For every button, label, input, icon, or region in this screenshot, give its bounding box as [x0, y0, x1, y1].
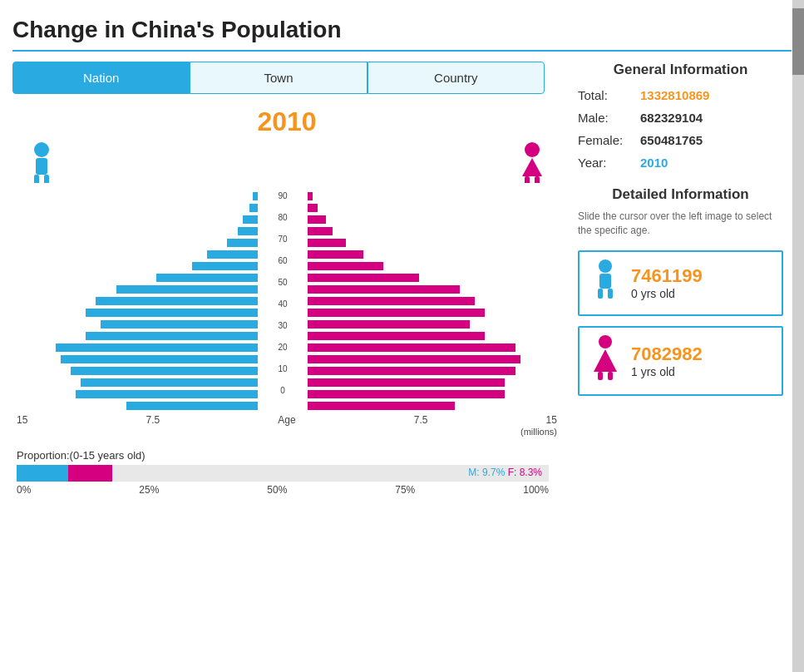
- male-bar-row: [17, 273, 258, 283]
- female-bar-row: [308, 203, 318, 213]
- millions-label: (millions): [17, 427, 557, 437]
- male-bar: [76, 390, 258, 398]
- female-bar: [308, 390, 505, 398]
- age-label-text: 30: [278, 320, 287, 331]
- male-bar: [61, 355, 258, 363]
- male-bar-row: [17, 284, 258, 294]
- male-bar: [207, 250, 258, 259]
- tick-25: 25%: [139, 484, 159, 496]
- male-bar: [116, 285, 258, 294]
- female-detail-age: 1 yrs old: [631, 365, 703, 378]
- male-bar-row: [17, 319, 258, 329]
- svg-marker-13: [594, 349, 617, 372]
- female-bar-row: [308, 378, 505, 388]
- female-detail-card: 7082982 1 yrs old: [578, 326, 783, 396]
- age-label-text: 10: [278, 363, 287, 374]
- male-bar: [243, 215, 258, 224]
- svg-rect-6: [525, 176, 530, 183]
- proportion-female-pct: F: 8.3%: [508, 467, 542, 478]
- svg-rect-3: [44, 175, 49, 183]
- male-bar-row: [17, 308, 258, 318]
- male-bar: [249, 204, 258, 212]
- female-bar-row: [308, 191, 313, 201]
- tabs-container: Nation Town Country: [12, 62, 545, 94]
- female-bar-row: [308, 343, 515, 353]
- female-bar-row: [308, 226, 333, 236]
- x-axis-left-15: 15: [17, 414, 27, 426]
- total-row: Total: 1332810869: [578, 88, 783, 102]
- svg-rect-2: [34, 175, 39, 183]
- male-bar: [156, 274, 258, 282]
- tab-country[interactable]: Country: [367, 62, 545, 94]
- male-bar-row: [17, 401, 258, 411]
- svg-point-12: [599, 335, 612, 348]
- female-bars: [308, 190, 549, 412]
- svg-rect-7: [535, 176, 540, 183]
- total-label: Total:: [578, 88, 640, 102]
- proportion-bar-female: [68, 465, 112, 482]
- male-bar-row: [17, 296, 258, 306]
- female-icon-container: [507, 141, 557, 186]
- general-info-heading: General Information: [578, 62, 783, 78]
- female-detail-value: 7082982: [631, 343, 703, 365]
- x-axis-right-75: 7.5: [414, 414, 428, 426]
- male-bar-row: [17, 331, 258, 341]
- svg-point-4: [525, 142, 540, 157]
- age-label-text: 0: [280, 385, 285, 396]
- male-bar: [86, 332, 258, 340]
- tick-0: 0%: [17, 484, 31, 496]
- age-label-text: 90: [278, 190, 287, 201]
- female-bar: [308, 215, 326, 224]
- male-bar: [227, 239, 258, 247]
- female-bar: [308, 204, 318, 212]
- male-bar-row: [17, 378, 258, 388]
- female-bar-row: [308, 261, 383, 271]
- male-bar: [192, 262, 258, 270]
- female-row: Female: 650481765: [578, 133, 783, 147]
- male-bar: [126, 402, 258, 410]
- female-bar: [308, 402, 455, 410]
- tab-nation[interactable]: Nation: [12, 62, 190, 94]
- svg-point-8: [599, 259, 612, 273]
- scrollbar-thumb[interactable]: [792, 8, 804, 75]
- right-panel: General Information Total: 1332810869 Ma…: [570, 62, 792, 496]
- tick-100: 100%: [523, 484, 549, 496]
- female-label: Female:: [578, 133, 640, 147]
- tab-town[interactable]: Town: [190, 62, 367, 94]
- female-bar: [308, 285, 460, 294]
- gender-icons-row: [17, 141, 557, 186]
- scrollbar-track[interactable]: [792, 0, 804, 672]
- female-bar: [308, 297, 475, 305]
- age-label-text: 70: [278, 234, 287, 245]
- female-bar: [308, 355, 520, 363]
- pyramid-wrapper: 9080706050403020100: [17, 190, 557, 412]
- age-label-text: 60: [278, 255, 287, 266]
- proportion-bar: M: 9.7% F: 8.3%: [17, 465, 549, 482]
- left-panel: Nation Town Country 2010: [12, 62, 561, 496]
- female-bar-row: [308, 238, 346, 248]
- female-bar: [308, 343, 515, 352]
- male-bar: [238, 227, 258, 235]
- male-bar: [101, 320, 258, 329]
- age-label-text: 20: [278, 342, 287, 353]
- age-label-text: 40: [278, 299, 287, 309]
- x-axis-age-label: Age: [278, 414, 295, 426]
- male-bar-row: [17, 203, 258, 213]
- x-axis-left-75: 7.5: [146, 414, 160, 426]
- female-detail-icon: [589, 334, 621, 388]
- tick-75: 75%: [395, 484, 415, 496]
- female-value: 650481765: [640, 133, 703, 147]
- male-detail-value: 7461199: [631, 265, 703, 287]
- female-bar-row: [308, 389, 505, 399]
- female-bar-row: [308, 250, 363, 259]
- female-bar-row: [308, 215, 326, 225]
- male-bars: [17, 190, 258, 412]
- female-bar-row: [308, 284, 460, 294]
- age-label-text: 50: [278, 277, 287, 288]
- age-label-text: 80: [278, 212, 287, 223]
- female-bar: [308, 309, 485, 317]
- male-bar-row: [17, 215, 258, 225]
- main-content: Nation Town Country 2010: [12, 62, 792, 496]
- male-row: Male: 682329104: [578, 111, 783, 125]
- proportion-section: Proportion:(0-15 years old) M: 9.7% F: 8…: [17, 449, 557, 496]
